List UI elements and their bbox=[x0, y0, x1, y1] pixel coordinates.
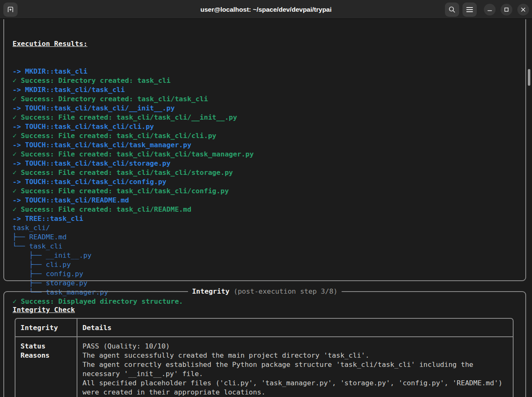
details-cell: PASS (Quality: 10/10)The agent successfu… bbox=[77, 337, 513, 397]
terminal-line: ✓ Success: File created: task_cli/README… bbox=[13, 205, 517, 214]
terminal-line: -> TOUCH::task_cli/task_cli/task_manager… bbox=[13, 141, 517, 150]
terminal-line: ├── cli.py bbox=[13, 260, 517, 269]
terminal-line: -> TOUCH::task_cli/task_cli/config.py bbox=[13, 177, 517, 187]
integrity-panel: Integrity (post-execution step 3/8) Inte… bbox=[3, 291, 526, 397]
maximize-button[interactable] bbox=[501, 4, 512, 15]
close-icon bbox=[521, 7, 526, 12]
details-line: The agent correctly established the Pyth… bbox=[82, 360, 513, 369]
terminal-line: -> TREE::task_cli bbox=[13, 214, 517, 223]
integrity-panel-legend: Integrity (post-execution step 3/8) bbox=[188, 287, 342, 296]
legend-title: Integrity bbox=[192, 287, 229, 295]
integrity-table-row: Status Reasons PASS (Quality: 10/10)The … bbox=[15, 337, 513, 397]
column-header-details: Details bbox=[77, 319, 513, 336]
terminal-line: -> TOUCH::task_cli/task_cli/__init__.py bbox=[13, 104, 517, 113]
new-tab-icon bbox=[7, 6, 14, 13]
terminal-line: ✓ Success: File created: task_cli/task_c… bbox=[13, 131, 517, 141]
details-line: PASS (Quality: 10/10) bbox=[82, 342, 513, 351]
details-line: The agent successfully created the main … bbox=[82, 351, 513, 360]
terminal-line: ├── config.py bbox=[13, 269, 517, 279]
terminal-line: -> MKDIR::task_cli/task_cli bbox=[13, 85, 517, 95]
terminal-line: task_cli/ bbox=[13, 223, 517, 233]
terminal-line: -> TOUCH::task_cli/task_cli/storage.py bbox=[13, 159, 517, 168]
execution-results-panel: Execution Results: -> MKDIR::task_cli✓ S… bbox=[3, 19, 526, 281]
integrity-table: Integrity Details Status Reasons PASS (Q… bbox=[15, 318, 514, 397]
titlebar: user@localhost: ~/space/dev/devpai/trypa… bbox=[0, 0, 532, 19]
integrity-check-heading: Integrity Check bbox=[13, 305, 75, 315]
legend-subtitle: (post-execution step 3/8) bbox=[229, 287, 337, 295]
terminal-line: ✓ Success: File created: task_cli/task_c… bbox=[13, 150, 517, 159]
row-label-status: Status bbox=[21, 342, 77, 351]
minimize-button[interactable] bbox=[484, 4, 496, 15]
details-line: were created in their appropriate locati… bbox=[82, 388, 513, 397]
maximize-icon bbox=[504, 7, 509, 12]
terminal-line: ├── __init__.py bbox=[13, 251, 517, 260]
terminal-line: ✓ Success: File created: task_cli/task_c… bbox=[13, 113, 517, 122]
terminal-line: ✓ Success: File created: task_cli/task_c… bbox=[13, 168, 517, 177]
terminal-line: └── task_cli bbox=[13, 242, 517, 251]
terminal-line: -> MKDIR::task_cli bbox=[13, 67, 517, 76]
row-label-reasons: Reasons bbox=[21, 351, 77, 360]
menu-icon bbox=[466, 7, 473, 13]
terminal-line: ✓ Success: Directory created: task_cli bbox=[13, 76, 517, 85]
execution-lines: -> MKDIR::task_cli✓ Success: Directory c… bbox=[13, 67, 517, 306]
row-labels-cell: Status Reasons bbox=[15, 337, 77, 397]
minimize-icon bbox=[487, 7, 492, 12]
search-button[interactable] bbox=[445, 3, 459, 17]
terminal-viewport: Execution Results: -> MKDIR::task_cli✓ S… bbox=[0, 19, 532, 397]
execution-results-heading: Execution Results: bbox=[13, 39, 517, 49]
details-line: All specified placeholder files ('cli.py… bbox=[82, 379, 513, 388]
execution-output: Execution Results: -> MKDIR::task_cli✓ S… bbox=[4, 19, 525, 325]
column-header-integrity: Integrity bbox=[15, 319, 77, 336]
terminal-line: ├── storage.py bbox=[13, 279, 517, 288]
menu-button[interactable] bbox=[463, 3, 477, 17]
scrollbar-thumb[interactable] bbox=[528, 69, 530, 86]
terminal-line: ├── README.md bbox=[13, 233, 517, 242]
integrity-table-header: Integrity Details bbox=[15, 319, 513, 337]
search-icon bbox=[448, 6, 456, 13]
close-button[interactable] bbox=[517, 4, 529, 15]
new-tab-button[interactable] bbox=[3, 3, 18, 17]
terminal-line: ✓ Success: File created: task_cli/task_c… bbox=[13, 187, 517, 196]
terminal-line: -> TOUCH::task_cli/task_cli/cli.py bbox=[13, 122, 517, 131]
terminal-line: ✓ Success: Directory created: task_cli/t… bbox=[13, 95, 517, 104]
details-line: necessary '__init__.py' file. bbox=[82, 369, 513, 379]
terminal-line: -> TOUCH::task_cli/README.md bbox=[13, 196, 517, 205]
